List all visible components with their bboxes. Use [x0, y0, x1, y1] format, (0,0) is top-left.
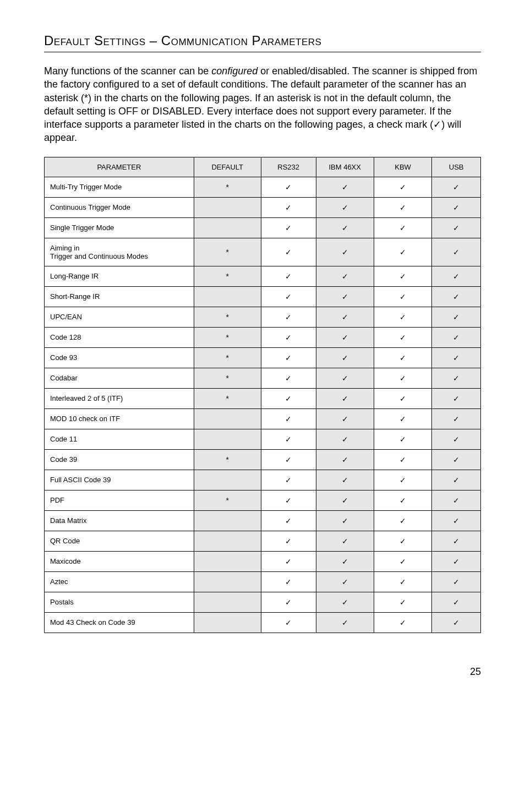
- default-cell: [194, 217, 261, 238]
- ibm46xx-cell: ✓: [316, 408, 374, 429]
- table-row: Continuous Trigger Mode✓✓✓✓: [45, 197, 481, 217]
- rs232-cell: ✓: [261, 388, 316, 408]
- table-row: Codabar*✓✓✓✓: [45, 368, 481, 388]
- param-cell: Codabar: [45, 368, 194, 388]
- col-rs232: RS232: [261, 157, 316, 177]
- ibm46xx-cell: ✓: [316, 490, 374, 510]
- rs232-cell: ✓: [261, 510, 316, 531]
- kbw-cell: ✓: [374, 238, 431, 266]
- table-body: Multi-Try Trigger Mode*✓✓✓✓Continuous Tr…: [45, 177, 481, 633]
- kbw-cell: ✓: [374, 347, 431, 368]
- param-cell: Single Trigger Mode: [45, 217, 194, 238]
- table-row: Interleaved 2 of 5 (ITF)*✓✓✓✓: [45, 388, 481, 408]
- usb-cell: ✓: [432, 388, 481, 408]
- param-cell: Full ASCII Code 39: [45, 470, 194, 490]
- default-cell: *: [194, 266, 261, 286]
- kbw-cell: ✓: [374, 612, 431, 633]
- param-cell: Data Matrix: [45, 510, 194, 531]
- usb-cell: ✓: [432, 368, 481, 388]
- ibm46xx-cell: ✓: [316, 266, 374, 286]
- table-row: UPC/EAN*✓✓✓✓: [45, 307, 481, 327]
- rs232-cell: ✓: [261, 470, 316, 490]
- ibm46xx-cell: ✓: [316, 347, 374, 368]
- table-header-row: PARAMETER DEFAULT RS232 IBM 46XX KBW USB: [45, 157, 481, 177]
- table-row: Code 93*✓✓✓✓: [45, 347, 481, 368]
- rs232-cell: ✓: [261, 449, 316, 470]
- usb-cell: ✓: [432, 592, 481, 612]
- usb-cell: ✓: [432, 327, 481, 347]
- default-cell: [194, 531, 261, 551]
- default-cell: [194, 571, 261, 592]
- usb-cell: ✓: [432, 531, 481, 551]
- kbw-cell: ✓: [374, 531, 431, 551]
- usb-cell: ✓: [432, 408, 481, 429]
- table-row: Short-Range IR✓✓✓✓: [45, 286, 481, 307]
- kbw-cell: ✓: [374, 449, 431, 470]
- table-row: Mod 43 Check on Code 39✓✓✓✓: [45, 612, 481, 633]
- default-cell: *: [194, 177, 261, 197]
- default-cell: *: [194, 368, 261, 388]
- table-row: Postals✓✓✓✓: [45, 592, 481, 612]
- param-cell: Aiming inTrigger and Continuous Modes: [45, 238, 194, 266]
- kbw-cell: ✓: [374, 266, 431, 286]
- kbw-cell: ✓: [374, 368, 431, 388]
- rs232-cell: ✓: [261, 531, 316, 551]
- ibm46xx-cell: ✓: [316, 449, 374, 470]
- param-cell: MOD 10 check on ITF: [45, 408, 194, 429]
- rs232-cell: ✓: [261, 408, 316, 429]
- default-cell: [194, 429, 261, 449]
- col-ibm46xx: IBM 46XX: [316, 157, 374, 177]
- default-cell: [194, 592, 261, 612]
- kbw-cell: ✓: [374, 307, 431, 327]
- default-cell: [194, 612, 261, 633]
- default-cell: *: [194, 307, 261, 327]
- table-row: Maxicode✓✓✓✓: [45, 551, 481, 571]
- ibm46xx-cell: ✓: [316, 592, 374, 612]
- rs232-cell: ✓: [261, 217, 316, 238]
- ibm46xx-cell: ✓: [316, 531, 374, 551]
- kbw-cell: ✓: [374, 470, 431, 490]
- usb-cell: ✓: [432, 490, 481, 510]
- page-title: Default Settings – Communication Paramet…: [44, 33, 481, 52]
- ibm46xx-cell: ✓: [316, 510, 374, 531]
- table-row: Long-Range IR*✓✓✓✓: [45, 266, 481, 286]
- col-usb: USB: [432, 157, 481, 177]
- rs232-cell: ✓: [261, 490, 316, 510]
- rs232-cell: ✓: [261, 307, 316, 327]
- default-cell: [194, 551, 261, 571]
- ibm46xx-cell: ✓: [316, 551, 374, 571]
- ibm46xx-cell: ✓: [316, 177, 374, 197]
- intro-paragraph: Many functions of the scanner can be con…: [44, 64, 481, 145]
- ibm46xx-cell: ✓: [316, 571, 374, 592]
- ibm46xx-cell: ✓: [316, 197, 374, 217]
- col-parameter: PARAMETER: [45, 157, 194, 177]
- table-row: Aztec✓✓✓✓: [45, 571, 481, 592]
- table-row: Full ASCII Code 39✓✓✓✓: [45, 470, 481, 490]
- default-cell: [194, 197, 261, 217]
- rs232-cell: ✓: [261, 266, 316, 286]
- usb-cell: ✓: [432, 238, 481, 266]
- param-cell: PDF: [45, 490, 194, 510]
- kbw-cell: ✓: [374, 217, 431, 238]
- kbw-cell: ✓: [374, 510, 431, 531]
- table-row: Multi-Try Trigger Mode*✓✓✓✓: [45, 177, 481, 197]
- kbw-cell: ✓: [374, 429, 431, 449]
- kbw-cell: ✓: [374, 551, 431, 571]
- ibm46xx-cell: ✓: [316, 470, 374, 490]
- table-row: Code 128*✓✓✓✓: [45, 327, 481, 347]
- param-cell: Multi-Try Trigger Mode: [45, 177, 194, 197]
- kbw-cell: ✓: [374, 592, 431, 612]
- rs232-cell: ✓: [261, 551, 316, 571]
- param-cell: UPC/EAN: [45, 307, 194, 327]
- rs232-cell: ✓: [261, 592, 316, 612]
- ibm46xx-cell: ✓: [316, 327, 374, 347]
- param-cell: Short-Range IR: [45, 286, 194, 307]
- usb-cell: ✓: [432, 449, 481, 470]
- param-cell: Maxicode: [45, 551, 194, 571]
- ibm46xx-cell: ✓: [316, 286, 374, 307]
- param-cell: Code 128: [45, 327, 194, 347]
- usb-cell: ✓: [432, 571, 481, 592]
- ibm46xx-cell: ✓: [316, 217, 374, 238]
- rs232-cell: ✓: [261, 197, 316, 217]
- param-cell: Continuous Trigger Mode: [45, 197, 194, 217]
